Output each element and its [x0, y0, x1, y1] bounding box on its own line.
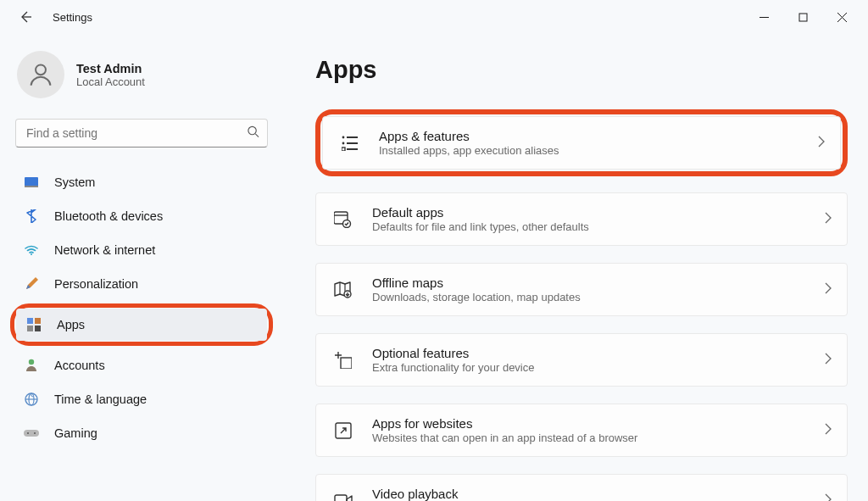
svg-rect-19: [347, 142, 358, 144]
card-default-apps[interactable]: Default apps Defaults for file and link …: [315, 192, 848, 246]
card-apps-websites[interactable]: Apps for websites Websites that can open…: [315, 404, 848, 457]
titlebar: Settings: [0, 0, 868, 34]
window-title: Settings: [53, 11, 92, 24]
sidebar-item-label: Gaming: [54, 426, 97, 440]
card-subtitle: Installed apps, app execution aliases: [379, 144, 799, 157]
globe-icon: [24, 392, 39, 407]
gaming-icon: [24, 426, 39, 441]
system-icon: [24, 175, 39, 190]
search-input[interactable]: [15, 119, 268, 148]
default-apps-icon: [333, 209, 353, 230]
apps-icon: [26, 317, 42, 332]
svg-rect-20: [342, 148, 345, 151]
list-icon: [340, 133, 360, 153]
add-feature-icon: [333, 350, 353, 370]
card-subtitle: Extra functionality for your device: [372, 361, 806, 374]
svg-point-14: [27, 432, 29, 434]
card-video-playback[interactable]: Video playback Video adjustments, HDR st…: [315, 474, 848, 501]
sidebar: Test Admin Local Account System: [0, 34, 281, 501]
card-title: Video playback: [372, 487, 806, 501]
sidebar-item-bluetooth[interactable]: Bluetooth & devices: [14, 200, 270, 232]
svg-point-10: [29, 359, 34, 365]
bluetooth-icon: [24, 209, 39, 224]
profile-block[interactable]: Test Admin Local Account: [17, 51, 270, 98]
card-subtitle: Websites that can open in an app instead…: [372, 431, 806, 444]
maximize-button[interactable]: [783, 3, 822, 31]
svg-rect-6: [27, 318, 33, 324]
card-optional-features[interactable]: Optional features Extra functionality fo…: [315, 333, 848, 387]
svg-rect-4: [25, 186, 38, 187]
card-title: Apps for websites: [372, 416, 806, 431]
svg-point-2: [248, 126, 256, 134]
svg-rect-8: [27, 326, 33, 331]
profile-subtitle: Local Account: [76, 75, 145, 88]
page-title: Apps: [315, 56, 848, 84]
sidebar-item-label: Bluetooth & devices: [54, 209, 163, 223]
svg-point-1: [36, 64, 46, 75]
chevron-right-icon: [825, 423, 832, 438]
svg-rect-9: [35, 326, 41, 331]
sidebar-item-accounts[interactable]: Accounts: [14, 349, 270, 381]
search-container: [15, 119, 268, 148]
profile-name: Test Admin: [76, 62, 145, 75]
wifi-icon: [24, 242, 39, 258]
annotation-highlight-sidebar: Apps: [10, 303, 273, 346]
sidebar-item-label: Network & internet: [54, 243, 155, 257]
chevron-right-icon: [818, 136, 825, 151]
sidebar-item-gaming[interactable]: Gaming: [14, 417, 270, 449]
card-title: Offline maps: [372, 276, 806, 290]
svg-point-5: [31, 253, 32, 255]
back-button[interactable]: [14, 5, 37, 29]
sidebar-item-time-language[interactable]: Time & language: [14, 383, 270, 415]
svg-point-15: [34, 432, 36, 434]
sidebar-item-label: Time & language: [54, 392, 147, 406]
card-title: Default apps: [372, 205, 806, 220]
annotation-highlight-card: Apps & features Installed apps, app exec…: [315, 109, 848, 176]
close-button[interactable]: [822, 3, 861, 31]
svg-point-16: [342, 136, 345, 138]
sidebar-item-label: Apps: [57, 318, 85, 331]
card-title: Optional features: [372, 346, 806, 360]
sidebar-item-personalization[interactable]: Personalization: [14, 268, 270, 300]
sidebar-item-label: Accounts: [54, 359, 105, 372]
sidebar-item-system[interactable]: System: [14, 166, 270, 198]
svg-rect-25: [341, 358, 352, 369]
card-subtitle: Downloads, storage location, map updates: [372, 291, 806, 303]
card-apps-features[interactable]: Apps & features Installed apps, app exec…: [322, 116, 841, 170]
card-title: Apps & features: [379, 129, 799, 143]
sidebar-item-network[interactable]: Network & internet: [14, 234, 270, 266]
svg-point-18: [342, 142, 345, 144]
video-icon: [333, 491, 353, 502]
search-icon: [247, 125, 259, 142]
chevron-right-icon: [825, 353, 832, 368]
sidebar-item-apps[interactable]: Apps: [16, 309, 267, 341]
avatar: [17, 51, 64, 98]
chevron-right-icon: [825, 282, 832, 298]
svg-rect-17: [347, 136, 358, 138]
sidebar-nav: System Bluetooth & devices Network & int…: [14, 166, 270, 449]
card-subtitle: Defaults for file and link types, other …: [372, 220, 806, 233]
card-offline-maps[interactable]: Offline maps Downloads, storage location…: [315, 263, 848, 316]
settings-window: Settings Test Admin Local Account: [0, 0, 868, 501]
brush-icon: [24, 276, 39, 292]
svg-rect-13: [24, 430, 39, 437]
chevron-right-icon: [825, 212, 832, 227]
svg-rect-3: [25, 177, 38, 186]
svg-rect-21: [347, 148, 358, 150]
content-area: Apps Apps & features Installed apps, app…: [281, 34, 868, 501]
chevron-right-icon: [825, 493, 832, 502]
sidebar-item-label: System: [54, 175, 95, 189]
minimize-button[interactable]: [744, 3, 783, 31]
svg-rect-0: [799, 14, 807, 21]
svg-rect-27: [335, 495, 347, 502]
account-icon: [24, 358, 39, 373]
sidebar-item-label: Personalization: [54, 277, 138, 291]
svg-rect-7: [35, 318, 41, 324]
open-link-icon: [333, 420, 353, 441]
map-icon: [333, 280, 353, 300]
